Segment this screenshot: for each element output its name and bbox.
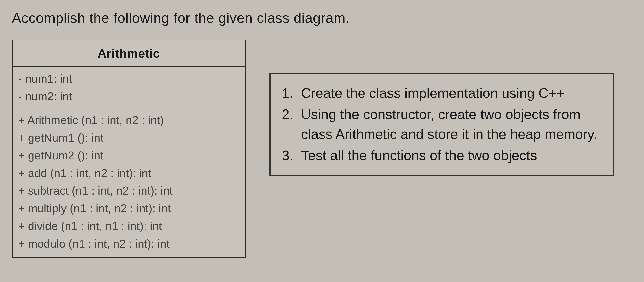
uml-operation: + getNum1 (): int [18, 129, 240, 146]
uml-operation: + getNum2 (): int [18, 146, 240, 164]
uml-operation: + multiply (n1 : int, n2 : int): int [18, 199, 240, 217]
uml-class-name: Arithmetic [12, 40, 245, 67]
uml-attribute: - num2: int [18, 87, 240, 105]
uml-operations-compartment: + Arithmetic (n1 : int, n2 : int) + getN… [12, 109, 245, 257]
instruction-text: Accomplish the following for the given c… [12, 10, 632, 26]
task-item: Test all the functions of the two object… [297, 146, 602, 166]
uml-operation: + divide (n1 : int, n1 : int): int [18, 217, 240, 235]
uml-operation: + modulo (n1 : int, n2 : int): int [18, 235, 240, 253]
page: Accomplish the following for the given c… [0, 0, 644, 282]
uml-operation: + subtract (n1 : int, n2 : int): int [18, 182, 240, 199]
uml-operation: + Arithmetic (n1 : int, n2 : int) [18, 111, 240, 129]
task-item: Create the class implementation using C+… [297, 83, 602, 103]
uml-operation: + add (n1 : int, n2 : int): int [18, 164, 240, 182]
uml-class-diagram: Arithmetic - num1: int - num2: int + Ari… [12, 40, 246, 258]
task-item: Using the constructor, create two object… [297, 105, 602, 144]
task-list: Create the class implementation using C+… [281, 83, 602, 165]
task-box: Create the class implementation using C+… [269, 73, 614, 176]
uml-attributes-compartment: - num1: int - num2: int [12, 67, 245, 109]
uml-attribute: - num1: int [18, 70, 240, 87]
content-row: Arithmetic - num1: int - num2: int + Ari… [12, 40, 632, 258]
